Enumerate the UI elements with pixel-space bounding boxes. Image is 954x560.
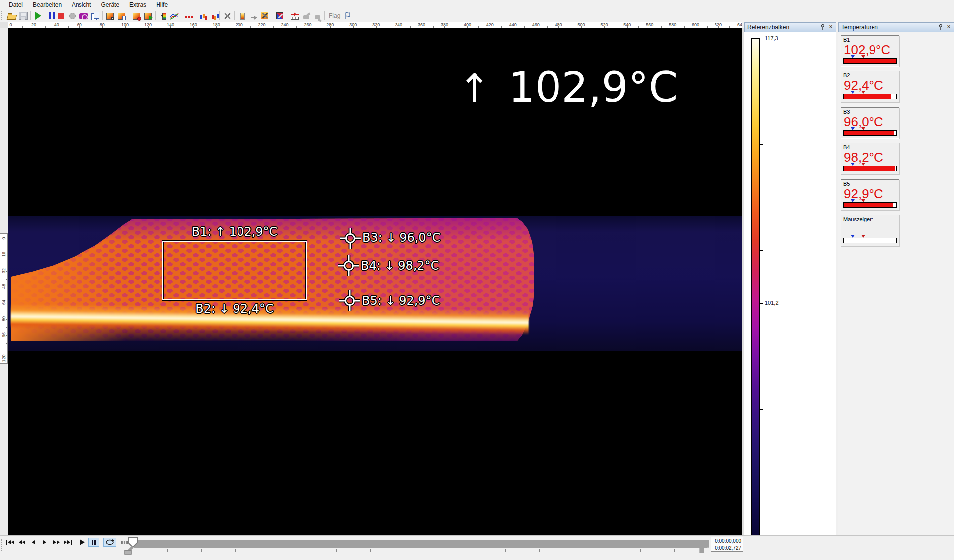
toolbar-separator bbox=[287, 11, 287, 20]
device-settings-button[interactable] bbox=[274, 11, 285, 21]
low-threshold-marker[interactable] bbox=[851, 55, 855, 58]
timeline-track[interactable] bbox=[134, 540, 707, 548]
menu-bar: Datei Bearbeiten Ansicht Geräte Extras H… bbox=[0, 0, 954, 10]
close-icon[interactable]: × bbox=[827, 24, 834, 31]
high-threshold-marker[interactable] bbox=[861, 55, 865, 58]
fit-vertical-icon bbox=[251, 17, 257, 18]
measure-label-b4: B4: ↓ 98,2°C bbox=[361, 259, 439, 273]
measure-area-b1[interactable] bbox=[162, 241, 307, 300]
vertical-ruler: 0163248648096120 bbox=[0, 233, 8, 364]
max-arrow-icon: ↑ bbox=[458, 66, 490, 111]
stop-icon bbox=[58, 13, 64, 19]
measure-label-b5: B5: ↓ 92,9°C bbox=[362, 294, 440, 308]
timeline-position-marker[interactable] bbox=[123, 536, 139, 555]
temperature-box: B2 92,4°C bbox=[841, 71, 899, 102]
record-image-button[interactable] bbox=[131, 11, 142, 21]
skip-start-button[interactable] bbox=[5, 538, 16, 547]
pan-back-button[interactable] bbox=[312, 11, 323, 21]
low-threshold-marker[interactable] bbox=[851, 199, 855, 202]
isotherm-button[interactable] bbox=[180, 11, 191, 21]
measure-label-b3: B3: ↓ 96,0°C bbox=[362, 231, 440, 245]
step-forward-button[interactable] bbox=[39, 538, 50, 547]
thermal-imaging-app: Datei Bearbeiten Ansicht Geräte Extras H… bbox=[0, 0, 954, 560]
copy-button[interactable] bbox=[89, 11, 101, 21]
temperature-box: B3 96,0°C bbox=[841, 107, 899, 139]
stop-button[interactable] bbox=[55, 11, 67, 21]
histogram-alt-button[interactable] bbox=[206, 11, 218, 21]
high-threshold-marker[interactable] bbox=[861, 199, 865, 202]
menu-geraete[interactable]: Geräte bbox=[96, 0, 124, 9]
measure-settings-button[interactable] bbox=[221, 11, 233, 21]
menu-ansicht[interactable]: Ansicht bbox=[67, 0, 96, 9]
pan-forward-button[interactable] bbox=[300, 11, 312, 21]
play-image-button[interactable] bbox=[142, 11, 154, 21]
low-threshold-marker[interactable] bbox=[851, 163, 855, 166]
pause-button[interactable] bbox=[44, 11, 55, 21]
low-threshold-marker[interactable] bbox=[851, 91, 855, 94]
palette-icon bbox=[162, 13, 166, 20]
scaling-button[interactable] bbox=[236, 11, 247, 21]
playback-bar-grip[interactable] bbox=[1, 539, 2, 551]
save-button[interactable] bbox=[17, 11, 29, 21]
temp-box-bar bbox=[843, 94, 897, 99]
menu-datei[interactable]: Datei bbox=[4, 0, 28, 9]
low-threshold-marker[interactable] bbox=[851, 235, 855, 238]
tools-orange-icon bbox=[261, 12, 268, 19]
record-button[interactable] bbox=[67, 11, 78, 21]
fast-rewind-button[interactable] bbox=[16, 538, 27, 547]
low-threshold-marker[interactable] bbox=[851, 127, 855, 130]
high-threshold-marker[interactable] bbox=[861, 127, 865, 130]
red-dashes-icon bbox=[185, 16, 187, 18]
play-icon bbox=[35, 12, 41, 20]
fast-forward-button[interactable] bbox=[51, 538, 62, 547]
temp-box-bar bbox=[843, 238, 897, 243]
thermal-canvas[interactable]: ↑ 102,9°C B1: ↑ 102,9°C B2: ↓ 92,4°C B3:… bbox=[8, 28, 742, 535]
histogram-icon bbox=[200, 15, 202, 19]
temperature-profile-button[interactable] bbox=[168, 11, 180, 21]
open-image-button[interactable] bbox=[104, 11, 116, 21]
playback-bar: 0:00:00,000 0:00:02,727 bbox=[0, 535, 954, 560]
pin-icon[interactable] bbox=[937, 24, 944, 31]
measure-point-b4[interactable] bbox=[338, 255, 360, 277]
temperature-box: B1 102,9°C bbox=[841, 35, 899, 67]
flag-button[interactable] bbox=[343, 11, 354, 21]
temperatures-panel: Temperaturen × B1 102,9°C B2 92,4°C B3 9… bbox=[838, 22, 954, 560]
toolbar-separator bbox=[324, 11, 325, 20]
high-threshold-marker[interactable] bbox=[861, 163, 865, 166]
fit-range-button[interactable] bbox=[247, 11, 259, 21]
temperature-box: B4 98,2°C bbox=[841, 143, 899, 174]
step-back-button[interactable] bbox=[28, 538, 39, 547]
toolbar: Flag bbox=[0, 10, 954, 22]
left-margin: 0163248648096120 bbox=[0, 28, 8, 535]
loop-button[interactable] bbox=[103, 538, 116, 547]
measure-point-b3[interactable] bbox=[339, 227, 361, 249]
palette-settings-button[interactable] bbox=[259, 11, 270, 21]
hand-back-icon bbox=[315, 15, 320, 19]
temperature-box: B5 92,9°C bbox=[841, 179, 899, 210]
measure-distance-button[interactable] bbox=[289, 11, 300, 21]
palette-button[interactable] bbox=[157, 11, 168, 21]
image-search-icon bbox=[106, 13, 114, 20]
histogram-button[interactable] bbox=[195, 11, 206, 21]
pause-button-bottom[interactable] bbox=[88, 538, 99, 547]
toolbar-grip[interactable] bbox=[1, 11, 4, 20]
pin-icon[interactable] bbox=[819, 24, 826, 31]
play-button-bottom[interactable] bbox=[77, 538, 88, 547]
menu-extras[interactable]: Extras bbox=[124, 0, 151, 9]
high-threshold-marker[interactable] bbox=[861, 235, 865, 238]
snapshot-button[interactable] bbox=[78, 11, 89, 21]
play-button[interactable] bbox=[32, 11, 44, 21]
menu-hilfe[interactable]: Hilfe bbox=[151, 0, 173, 9]
high-threshold-marker[interactable] bbox=[861, 91, 865, 94]
measure-point-b5[interactable] bbox=[339, 290, 361, 312]
skip-end-button[interactable] bbox=[62, 538, 73, 547]
copy-icon bbox=[91, 12, 100, 20]
menu-bearbeiten[interactable]: Bearbeiten bbox=[28, 0, 67, 9]
temp-box-bar bbox=[843, 58, 897, 64]
open-file-button[interactable] bbox=[6, 11, 17, 21]
image-record-icon bbox=[133, 13, 140, 20]
toolbar-separator bbox=[272, 11, 272, 20]
image-report-button[interactable] bbox=[116, 11, 127, 21]
close-icon[interactable]: × bbox=[945, 24, 952, 31]
temp-box-bar bbox=[843, 166, 897, 171]
